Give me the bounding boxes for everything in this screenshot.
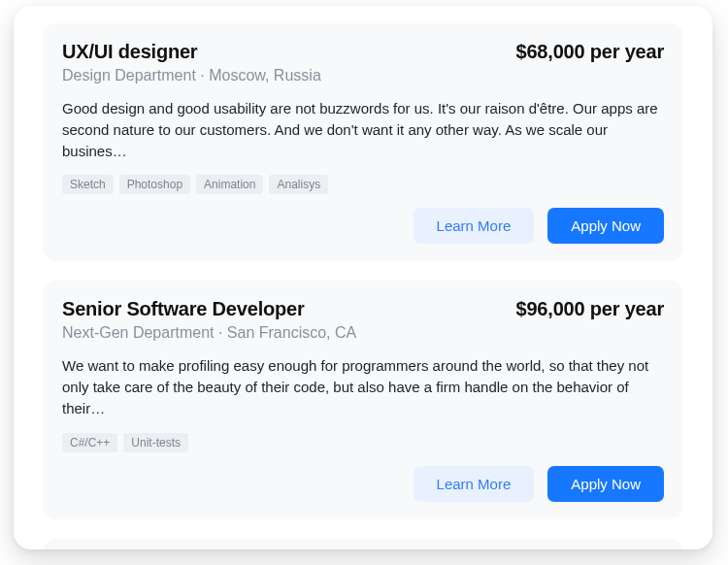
job-tag: Analisys (269, 175, 328, 194)
job-tag: Animation (196, 175, 263, 194)
job-subhead: Next-Gen Department · San Francisco, CA (62, 324, 664, 342)
job-card: UX/UI designer $68,000 per year Design D… (43, 23, 683, 261)
job-subhead: Design Department · Moscow, Russia (62, 67, 664, 84)
learn-more-button[interactable]: Learn More (414, 466, 535, 502)
job-tag: Unit-tests (123, 433, 188, 452)
apply-now-button[interactable]: Apply Now (547, 466, 664, 502)
job-title: UX/UI designer (62, 41, 197, 63)
job-card: Frontend Developer $38,000 per year Depa… (43, 539, 683, 550)
job-salary: $96,000 per year (516, 298, 664, 320)
learn-more-button[interactable]: Learn More (414, 208, 535, 244)
job-tag: Photoshop (119, 175, 190, 194)
job-tags: C#/C++ Unit-tests (62, 433, 664, 452)
apply-now-button[interactable]: Apply Now (547, 208, 664, 244)
job-description: Good design and good usability are not b… (62, 98, 664, 161)
job-tag: C#/C++ (62, 433, 117, 452)
job-salary: $68,000 per year (516, 41, 664, 63)
job-tag: Sketch (62, 175, 114, 194)
job-card: Senior Software Developer $96,000 per ye… (43, 281, 683, 518)
job-description: We want to make profiling easy enough fo… (62, 355, 664, 418)
job-title: Senior Software Developer (62, 298, 305, 320)
job-tags: Sketch Photoshop Animation Analisys (62, 175, 664, 194)
job-list-panel: UX/UI designer $68,000 per year Design D… (14, 6, 712, 549)
